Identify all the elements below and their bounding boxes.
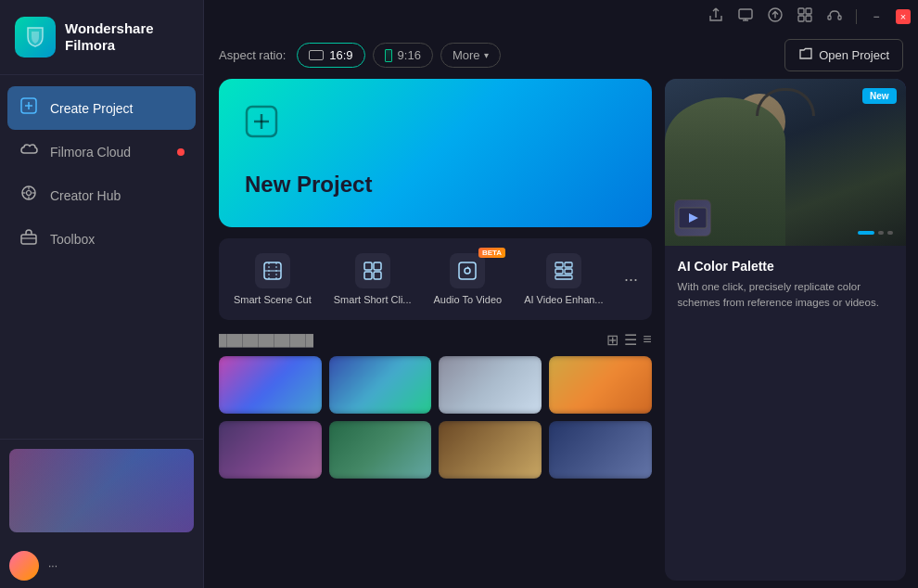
grid-icon[interactable] xyxy=(797,6,813,27)
svg-rect-28 xyxy=(364,262,372,270)
smart-scene-cut-tool[interactable]: Smart Scene Cut xyxy=(224,246,321,313)
aspect-ratio-label: Aspect ratio: xyxy=(219,48,286,62)
svg-rect-38 xyxy=(555,275,572,279)
new-project-card[interactable]: New Project xyxy=(219,79,652,227)
svg-rect-31 xyxy=(374,272,381,279)
screen-916-icon xyxy=(385,49,392,62)
svg-rect-11 xyxy=(739,9,752,19)
titlebar-icons: − × xyxy=(708,6,911,27)
svg-rect-34 xyxy=(555,262,563,267)
aspect-916-button[interactable]: 9:16 xyxy=(373,43,433,68)
svg-rect-17 xyxy=(798,16,804,21)
logo-icon xyxy=(15,17,56,58)
smart-scene-cut-icon xyxy=(255,253,290,288)
thumbnail-7[interactable] xyxy=(439,421,542,479)
content-area: New Project Smart Scene Cut xyxy=(204,79,918,588)
headset-icon[interactable] xyxy=(826,6,843,27)
view-controls: ⊞ ☰ ≡ xyxy=(606,331,651,349)
headphone-arc xyxy=(756,88,815,116)
svg-rect-32 xyxy=(459,262,476,279)
svg-rect-35 xyxy=(565,262,572,267)
create-project-icon xyxy=(19,96,39,120)
screen-169-icon xyxy=(309,50,324,60)
svg-rect-37 xyxy=(565,269,572,274)
app-logo: Wondershare Filmora xyxy=(0,0,203,75)
feature-card-image: New xyxy=(665,79,906,246)
sidebar-item-creator-hub[interactable]: Creator Hub xyxy=(7,173,196,217)
recent-section-title: ████████████ xyxy=(219,334,313,347)
app-subtitle: Filmora xyxy=(65,37,154,54)
close-button[interactable]: × xyxy=(896,9,911,24)
thumbnail-6[interactable] xyxy=(329,421,432,479)
sidebar-user[interactable]: ··· xyxy=(0,542,203,588)
smart-short-clip-icon xyxy=(355,253,390,288)
open-project-button[interactable]: Open Project xyxy=(784,39,903,71)
svg-rect-15 xyxy=(798,8,804,14)
cloud-icon xyxy=(19,140,39,163)
mini-preview-icon xyxy=(674,199,711,236)
preview-thumbnail[interactable] xyxy=(9,449,194,532)
filter-button[interactable]: ≡ xyxy=(643,331,651,349)
pagination-dots xyxy=(858,231,893,235)
thumbnail-1[interactable] xyxy=(219,356,322,414)
ai-video-enhance-tool[interactable]: AI Video Enhan... xyxy=(515,246,612,313)
grid-view-button[interactable]: ⊞ xyxy=(606,331,618,349)
aspect-169-button[interactable]: 16:9 xyxy=(297,43,364,68)
thumbnail-5[interactable] xyxy=(219,421,322,479)
thumbnail-2[interactable] xyxy=(329,356,432,414)
recent-section: ████████████ ⊞ ☰ ≡ xyxy=(219,331,652,581)
feature-card: New AI Color Palette xyxy=(665,79,906,581)
right-panel: New AI Color Palette xyxy=(665,79,906,581)
thumb-image-3 xyxy=(439,356,542,414)
sidebar-item-filmora-cloud[interactable]: Filmora Cloud xyxy=(7,130,196,173)
list-view-button[interactable]: ☰ xyxy=(624,331,637,349)
audio-to-video-tool[interactable]: BETA Audio To Video xyxy=(425,246,512,313)
thumb-image-7 xyxy=(439,421,542,479)
thumb-image-6 xyxy=(329,421,432,479)
creator-hub-label: Creator Hub xyxy=(50,188,121,203)
more-button[interactable]: More ▾ xyxy=(440,43,501,68)
thumbnail-8[interactable] xyxy=(549,421,652,479)
topbar: Aspect ratio: 16:9 9:16 More ▾ Open Proj… xyxy=(204,30,918,79)
ai-video-enhance-label: AI Video Enhan... xyxy=(524,294,603,305)
toolbox-icon xyxy=(19,227,39,250)
svg-rect-9 xyxy=(21,235,36,244)
feature-title: AI Color Palette xyxy=(678,259,893,274)
btn-169-label: 16:9 xyxy=(329,48,352,62)
svg-rect-30 xyxy=(364,272,372,279)
svg-rect-36 xyxy=(555,269,563,274)
notification-dot xyxy=(177,148,185,156)
thumbnail-4[interactable] xyxy=(549,356,652,414)
creator-hub-icon xyxy=(19,184,39,207)
thumb-image-5 xyxy=(219,421,322,479)
ai-tools-row: Smart Scene Cut Smart Short Cli... xyxy=(219,238,652,320)
smart-scene-cut-label: Smart Scene Cut xyxy=(234,294,312,305)
upload-icon[interactable] xyxy=(767,6,784,27)
share-icon[interactable] xyxy=(708,6,724,27)
logo-text: Wondershare Filmora xyxy=(65,20,154,54)
ellipsis-icon: ··· xyxy=(624,270,638,289)
smart-short-clip-tool[interactable]: Smart Short Cli... xyxy=(325,246,421,313)
thumbnails-grid xyxy=(219,356,652,414)
new-project-label: New Project xyxy=(245,172,626,198)
sidebar-item-toolbox[interactable]: Toolbox xyxy=(7,217,196,261)
thumb-image-8 xyxy=(549,421,652,479)
thumb-image-2 xyxy=(329,356,432,414)
toolbox-label: Toolbox xyxy=(50,232,95,247)
minimize-button[interactable]: − xyxy=(870,10,883,23)
monitor-icon[interactable] xyxy=(737,6,754,27)
more-label: More xyxy=(453,48,480,62)
sidebar: Wondershare Filmora Create Project Filmo… xyxy=(0,0,204,588)
svg-point-4 xyxy=(27,191,32,196)
audio-to-video-icon xyxy=(450,253,485,288)
svg-rect-29 xyxy=(374,262,381,270)
sidebar-preview xyxy=(0,439,203,542)
create-project-label: Create Project xyxy=(50,101,133,116)
titlebar: − × xyxy=(204,0,918,33)
sidebar-nav: Create Project Filmora Cloud xyxy=(0,75,203,439)
sidebar-item-create-project[interactable]: Create Project xyxy=(7,86,196,130)
folder-icon xyxy=(798,46,813,64)
thumbnail-3[interactable] xyxy=(439,356,542,414)
more-tools-button[interactable]: ··· xyxy=(617,264,646,294)
user-avatar xyxy=(9,551,39,581)
